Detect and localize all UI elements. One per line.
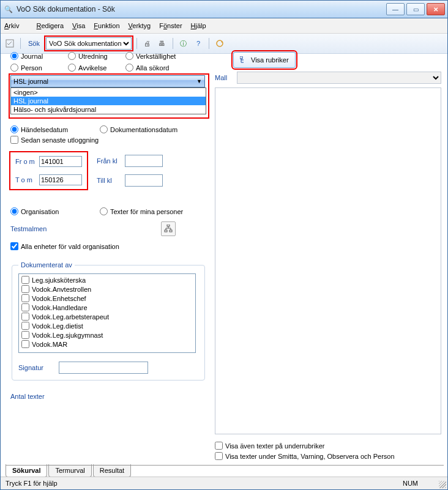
list-item[interactable]: Vodok.Anvtestrollen xyxy=(21,284,193,294)
mall-label: Mall xyxy=(215,74,232,81)
menu-arkiv[interactable]: Arkiv xyxy=(4,22,28,29)
journal-option-hsl[interactable]: HSL journal xyxy=(11,97,206,105)
date-type-radios: Händelsedatum Dokumentationsdatum xyxy=(10,125,206,133)
menu-fonster[interactable]: Fönster xyxy=(159,22,182,29)
radio-row-2: Person Avvikelse Alla sökord xyxy=(10,64,206,72)
edit-icon[interactable] xyxy=(4,38,15,49)
tab-sokurval[interactable]: Sökurval xyxy=(6,464,47,477)
svg-rect-4 xyxy=(170,230,172,232)
chk-visa-smitta[interactable]: Visa texter under Smitta, Varning, Obser… xyxy=(215,452,441,460)
menu-redigera[interactable]: Redigera xyxy=(36,22,64,29)
dok-listbox[interactable]: Leg.sjuksköterska Vodok.Anvtestrollen Vo… xyxy=(18,273,196,353)
chk-sedan-senaste[interactable]: Sedan senaste utloggning xyxy=(10,136,206,144)
menu-visa[interactable]: Visa xyxy=(72,22,85,29)
tillkl-input[interactable] xyxy=(125,174,163,187)
frankl-input[interactable] xyxy=(125,155,163,167)
content-area xyxy=(215,87,441,434)
menu-funktion[interactable]: Funktion xyxy=(94,22,119,29)
tab-resultat[interactable]: Resultat xyxy=(93,464,131,477)
maximize-button[interactable]: ▭ xyxy=(406,3,425,15)
visa-rubriker-label: Visa rubriker xyxy=(251,56,289,64)
list-item[interactable]: Vodok.Handledare xyxy=(21,303,193,312)
tom-input[interactable] xyxy=(39,174,82,185)
app-window: 🔍 VoO Sök dokumentation - Sök — ▭ ✕ Arki… xyxy=(0,0,448,490)
frankl-label: Från kl xyxy=(97,157,121,165)
bottom-tabs: Sökurval Termurval Resultat xyxy=(6,465,132,477)
toolbar-separator xyxy=(136,38,137,49)
dokumenterat-av-group: Dokumenterat av Leg.sjuksköterska Vodok.… xyxy=(12,261,205,380)
journal-combo[interactable]: HSL journal ▼ xyxy=(10,75,205,87)
title-bar: 🔍 VoO Sök dokumentation - Sök — ▭ ✕ xyxy=(1,1,447,18)
date-range-block: Fr o m T o m Från kl Till kl xyxy=(10,152,206,189)
left-pane: Journal Utredning Verkställighet Person … xyxy=(3,50,212,462)
resize-grip[interactable] xyxy=(439,481,446,488)
journal-combo-value: HSL journal xyxy=(13,78,48,85)
chk-alla-enheter[interactable]: Alla enheter för vald organisation xyxy=(10,242,206,250)
print-icon[interactable]: 🖨 xyxy=(142,38,153,49)
radio-row-1: Journal Utredning Verkställighet xyxy=(10,52,206,60)
close-button[interactable]: ✕ xyxy=(427,3,445,15)
testmalmen-row: Testmalmen xyxy=(10,221,206,236)
list-item[interactable]: Vodok.Leg.arbetsterapeut xyxy=(21,312,193,321)
visa-rubriker-button[interactable]: Visa rubriker xyxy=(233,52,296,68)
journal-option-ingen[interactable]: <ingen> xyxy=(11,88,206,97)
menu-hjalp[interactable]: Hjälp xyxy=(191,22,206,29)
radio-person[interactable]: Person xyxy=(10,64,65,72)
signatur-input[interactable] xyxy=(59,362,148,374)
help-icon[interactable]: ? xyxy=(193,38,204,49)
tree-icon xyxy=(240,56,247,64)
org-tree-button[interactable] xyxy=(161,221,176,236)
from-line: Fr o m xyxy=(15,156,82,167)
radio-organisation[interactable]: Organisation xyxy=(10,207,96,215)
from-label: Fr o m xyxy=(15,158,35,165)
list-item[interactable]: Leg.sjuksköterska xyxy=(21,275,193,284)
sok-label: Sök xyxy=(28,40,40,47)
journal-option-halso[interactable]: Hälso- och sjukvårdsjournal xyxy=(11,105,206,114)
tab-termurval[interactable]: Termurval xyxy=(48,464,91,477)
right-pane: Visa rubriker Mall Visa även texter på u… xyxy=(212,50,445,462)
testmalmen-label: Testmalmen xyxy=(10,225,47,232)
org-radios: Organisation Texter för mina personer xyxy=(10,207,206,215)
print-search-icon[interactable]: 🖶 xyxy=(157,38,168,49)
tillkl-row: Till kl xyxy=(97,174,163,187)
list-item[interactable]: Vodok.MAR xyxy=(21,340,193,349)
status-help: Tryck F1 för hjälp xyxy=(6,480,58,487)
chevron-down-icon: ▼ xyxy=(196,78,202,84)
radio-avvikelse[interactable]: Avvikelse xyxy=(68,64,123,72)
date-box: Fr o m T o m xyxy=(10,152,87,189)
signatur-row: Signatur xyxy=(18,362,198,374)
mall-combo[interactable] xyxy=(237,72,441,84)
journal-combo-wrap: HSL journal ▼ <ingen> HSL journal Hälso-… xyxy=(10,75,206,87)
date-type-section: Händelsedatum Dokumentationsdatum Sedan … xyxy=(10,125,206,144)
refresh-icon[interactable] xyxy=(214,38,225,49)
chk-visa-aven[interactable]: Visa även texter på underrubriker xyxy=(215,442,441,450)
radio-journal[interactable]: Journal xyxy=(10,52,65,60)
radio-verkstallighet[interactable]: Verkställighet xyxy=(125,52,193,60)
antal-texter-label: Antal texter xyxy=(10,393,206,400)
sok-type-combo[interactable]: VoO Sök dokumentation xyxy=(46,37,132,50)
radio-dokdatum[interactable]: Dokumentationsdatum xyxy=(100,125,198,133)
from-input[interactable] xyxy=(39,156,82,167)
radio-utredning[interactable]: Utredning xyxy=(68,52,123,60)
visa-rubriker-wrap: Visa rubriker xyxy=(215,52,441,68)
window-buttons: — ▭ ✕ xyxy=(386,3,445,15)
mall-row: Mall xyxy=(215,72,441,84)
minimize-button[interactable]: — xyxy=(386,3,405,15)
svg-rect-2 xyxy=(167,225,170,226)
status-num: NUM xyxy=(403,480,418,487)
app-icon: 🔍 xyxy=(4,5,13,13)
info-icon[interactable]: ⓘ xyxy=(178,38,189,49)
svg-rect-5 xyxy=(240,56,242,59)
toolbar-separator xyxy=(173,38,173,49)
radio-handelsedatum[interactable]: Händelsedatum xyxy=(10,125,96,133)
menu-verktyg[interactable]: Verktyg xyxy=(129,22,151,29)
dok-legend: Dokumenterat av xyxy=(18,261,75,269)
radio-texter-mina[interactable]: Texter för mina personer xyxy=(100,207,204,215)
radio-allasokord[interactable]: Alla sökord xyxy=(125,64,193,72)
list-item[interactable]: Vodok.Enhetschef xyxy=(21,294,193,303)
frankl-row: Från kl xyxy=(97,155,163,167)
list-item[interactable]: Vodok.Leg.dietist xyxy=(21,321,193,330)
status-bar: Tryck F1 för hjälp NUM xyxy=(1,477,447,489)
journal-dropdown: <ingen> HSL journal Hälso- och sjukvårds… xyxy=(10,87,206,114)
list-item[interactable]: Vodok.Leg.sjukgymnast xyxy=(21,330,193,340)
